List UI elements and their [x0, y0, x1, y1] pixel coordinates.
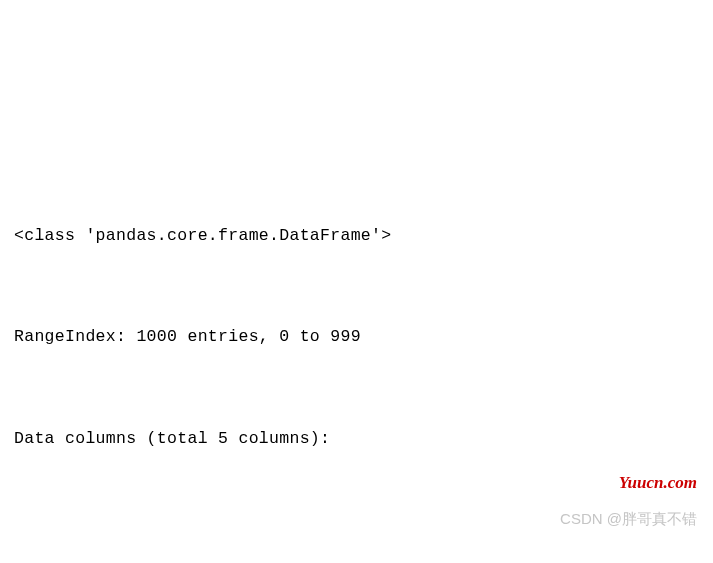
- watermark-csdn: CSDN @胖哥真不错: [560, 504, 697, 535]
- header-count: Non-Null Count: [168, 557, 372, 563]
- dataframe-info-output: <class 'pandas.core.frame.DataFrame'> Ra…: [14, 151, 699, 563]
- header-dtype: Dtype: [372, 557, 699, 563]
- class-line: <class 'pandas.core.frame.DataFrame'>: [14, 219, 699, 253]
- data-columns-line: Data columns (total 5 columns):: [14, 422, 699, 456]
- watermark-yuucn: Yuucn.com: [619, 466, 697, 501]
- header-index: #: [14, 557, 58, 563]
- column-header-row: # Column Non-Null Count Dtype: [14, 557, 699, 563]
- range-index-line: RangeIndex: 1000 entries, 0 to 999: [14, 320, 699, 354]
- header-column: Column: [58, 557, 168, 563]
